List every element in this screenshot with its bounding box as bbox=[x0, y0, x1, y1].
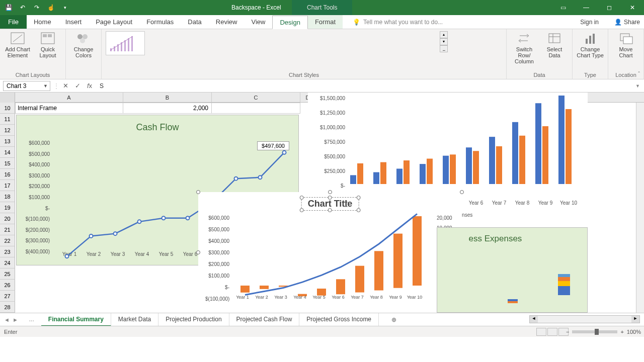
row-header[interactable]: 26 bbox=[0, 280, 15, 291]
maximize-icon[interactable]: ◻ bbox=[598, 0, 621, 15]
tab-format[interactable]: Format bbox=[308, 15, 343, 29]
resize-handle[interactable] bbox=[460, 190, 464, 194]
zoom-out-button[interactable]: − bbox=[566, 329, 569, 335]
row-header[interactable]: 16 bbox=[0, 169, 15, 180]
row-header[interactable]: 28 bbox=[0, 302, 15, 313]
tab-formulas[interactable]: Formulas bbox=[139, 15, 181, 29]
save-icon[interactable]: 💾 bbox=[4, 3, 13, 12]
row-header[interactable]: 21 bbox=[0, 224, 15, 235]
cell-c10[interactable] bbox=[212, 103, 300, 114]
name-box[interactable]: Chart 3 ▼ bbox=[3, 81, 50, 91]
zoom-in-button[interactable]: + bbox=[620, 329, 623, 335]
touch-mode-icon[interactable]: ☝ bbox=[46, 3, 55, 12]
quick-layout-button[interactable]: Quick Layout bbox=[34, 31, 61, 58]
scroll-up-icon[interactable]: ▴ bbox=[440, 31, 448, 38]
resize-handle[interactable] bbox=[196, 250, 200, 254]
resize-handle[interactable] bbox=[196, 190, 200, 194]
row-header[interactable]: 27 bbox=[0, 291, 15, 302]
tab-file[interactable]: File bbox=[0, 15, 27, 29]
y-axis-tick: $300,000 bbox=[205, 250, 229, 255]
x-axis-tick: Year 6 bbox=[466, 200, 486, 206]
row-header[interactable]: 22 bbox=[0, 235, 15, 246]
name-box-dropdown-icon[interactable]: ▼ bbox=[43, 83, 50, 88]
tell-me-search[interactable]: 💡 Tell me what you want to do... bbox=[353, 15, 443, 29]
row-header[interactable]: 15 bbox=[0, 158, 15, 169]
resize-handle[interactable] bbox=[328, 190, 332, 194]
row-header[interactable]: 14 bbox=[0, 147, 15, 158]
horizontal-scrollbar[interactable]: ◄ ► bbox=[529, 315, 640, 323]
select-data-button[interactable]: Select Data bbox=[541, 31, 568, 58]
change-colors-button[interactable]: Change Colors bbox=[70, 31, 97, 58]
formula-input[interactable]: S bbox=[96, 82, 635, 89]
enter-icon[interactable]: ✓ bbox=[71, 82, 84, 89]
row-header[interactable]: 19 bbox=[0, 202, 15, 213]
switch-row-column-button[interactable]: Switch Row/ Column bbox=[511, 31, 538, 64]
tab-page-layout[interactable]: Page Layout bbox=[89, 15, 139, 29]
row-header[interactable]: 20 bbox=[0, 213, 15, 224]
row-header[interactable]: 25 bbox=[0, 268, 15, 280]
add-chart-element-button[interactable]: Add Chart Element bbox=[4, 31, 31, 58]
share-button[interactable]: 👤 Share bbox=[614, 15, 640, 29]
scroll-left-icon[interactable]: ◄ bbox=[530, 316, 538, 323]
chart-business-expenses[interactable]: Business Expenses bbox=[437, 227, 588, 313]
row-header[interactable]: 12 bbox=[0, 125, 15, 136]
sheet-tabs-more[interactable]: ... bbox=[22, 313, 41, 326]
column-header[interactable]: A bbox=[15, 93, 123, 102]
chart-selected[interactable]: Chart Title ⌶ $600,000$500,000$400,000$3… bbox=[198, 192, 462, 313]
chart-styles-scroll[interactable]: ▴ ▾ ⎯ bbox=[440, 31, 448, 52]
tab-view[interactable]: View bbox=[244, 15, 272, 29]
more-styles-icon[interactable]: ⎯ bbox=[440, 45, 448, 52]
sheet-nav-prev-icon[interactable]: ◄ bbox=[4, 317, 10, 323]
row-header[interactable]: 17 bbox=[0, 180, 15, 191]
svg-point-30 bbox=[234, 177, 238, 180]
minimize-icon[interactable]: — bbox=[575, 0, 598, 15]
page-layout-view-button[interactable] bbox=[547, 328, 557, 336]
cell-b10[interactable]: 2,000 bbox=[123, 103, 212, 114]
sheet-tab[interactable]: Projected Cash Flow bbox=[229, 313, 300, 326]
select-all[interactable] bbox=[0, 93, 15, 103]
sheet-tab[interactable]: Projected Production bbox=[158, 313, 229, 326]
sign-in-link[interactable]: Sign in bbox=[580, 15, 599, 29]
undo-icon[interactable]: ↶ bbox=[18, 3, 27, 12]
new-sheet-button[interactable]: ⊕ bbox=[389, 316, 399, 323]
column-header[interactable]: C bbox=[212, 93, 300, 102]
sheet-tab-bar: ◄ ► ... Financial SummaryMarket DataProj… bbox=[0, 313, 644, 326]
vertical-scrollbar[interactable] bbox=[636, 103, 644, 313]
chart-title-editable[interactable]: Chart Title ⌶ bbox=[301, 197, 359, 211]
sheet-tab[interactable]: Market Data bbox=[111, 313, 158, 326]
move-chart-button[interactable]: Move Chart bbox=[612, 31, 639, 58]
cell-a10[interactable]: Internal Frame bbox=[15, 103, 123, 114]
collapse-ribbon-icon[interactable]: ˆ bbox=[638, 71, 640, 77]
ribbon-display-options-icon[interactable]: ▭ bbox=[551, 0, 575, 15]
row-header[interactable]: 18 bbox=[0, 191, 15, 202]
sheet-tab[interactable]: Financial Summary bbox=[41, 313, 111, 326]
row-header[interactable]: 11 bbox=[0, 114, 15, 125]
svg-point-7 bbox=[80, 38, 85, 43]
close-icon[interactable]: ✕ bbox=[621, 0, 644, 15]
redo-icon[interactable]: ↷ bbox=[32, 3, 41, 12]
chart-title: Business Expenses bbox=[437, 228, 587, 244]
column-header[interactable]: B bbox=[123, 93, 212, 102]
scroll-right-icon[interactable]: ► bbox=[631, 316, 639, 323]
cancel-icon[interactable]: ✕ bbox=[59, 82, 71, 89]
sheet-tab[interactable]: Projected Gross Income bbox=[299, 313, 379, 326]
row-header[interactable]: 23 bbox=[0, 246, 15, 257]
zoom-slider[interactable] bbox=[572, 330, 617, 333]
scroll-down-icon[interactable]: ▾ bbox=[440, 38, 448, 45]
change-chart-type-button[interactable]: Change Chart Type bbox=[577, 31, 604, 58]
normal-view-button[interactable] bbox=[536, 328, 546, 336]
fx-icon[interactable]: fx bbox=[84, 82, 96, 89]
tab-home[interactable]: Home bbox=[27, 15, 58, 29]
customize-qat-icon[interactable]: ▾ bbox=[60, 3, 69, 12]
tab-design[interactable]: Design bbox=[272, 16, 307, 29]
tab-data[interactable]: Data bbox=[181, 15, 208, 29]
chart-style-thumbnail[interactable] bbox=[106, 31, 145, 55]
row-header[interactable]: 24 bbox=[0, 257, 15, 268]
tab-review[interactable]: Review bbox=[209, 15, 245, 29]
formula-expand-icon[interactable]: ▼ bbox=[635, 83, 644, 88]
worksheet-grid[interactable]: ABCDEFGHIJKLM 10111213141516171819202122… bbox=[0, 93, 644, 313]
row-header[interactable]: 13 bbox=[0, 136, 15, 147]
tab-insert[interactable]: Insert bbox=[58, 15, 89, 29]
sheet-nav-next-icon[interactable]: ► bbox=[13, 317, 18, 323]
row-header[interactable]: 10 bbox=[0, 103, 15, 114]
